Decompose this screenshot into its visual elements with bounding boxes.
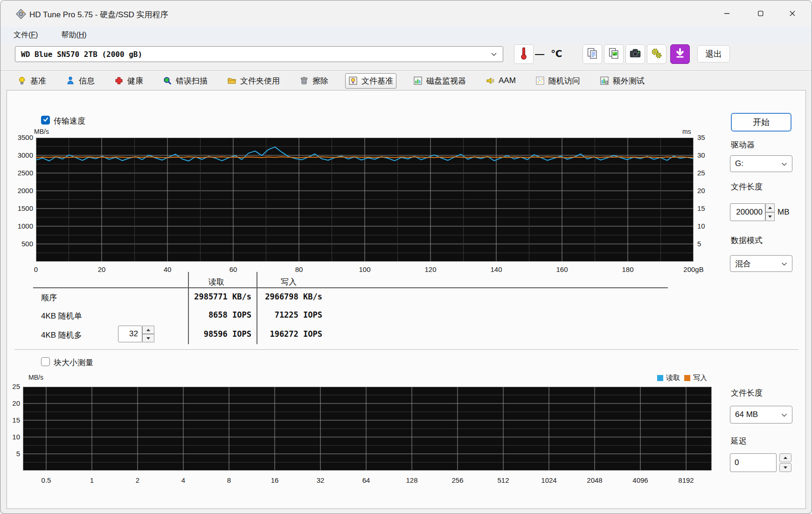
table-header-read: 读取 [188, 277, 244, 287]
window-title: HD Tune Pro 5.75 - 硬盘/SSD 实用程序 [29, 9, 168, 20]
y-axis-tick-right: 15 [697, 204, 716, 212]
copy-text-icon [586, 47, 598, 61]
tab-health[interactable]: 健康 [111, 74, 146, 88]
x-axis-tick: 128 [396, 476, 428, 484]
chevron-down-icon [781, 259, 787, 268]
x-axis-tick: 8192 [670, 476, 702, 484]
queue-depth-input[interactable]: 32 [118, 326, 142, 342]
tab-info[interactable]: 信息 [63, 74, 97, 88]
spin-up-button[interactable] [779, 453, 791, 462]
arrow-up-icon [768, 207, 772, 209]
tab-label: 文件基准 [361, 76, 393, 86]
section-separator [14, 349, 798, 350]
spin-up-button[interactable] [142, 326, 154, 334]
file-length-input[interactable]: 200000 [730, 203, 765, 221]
x-axis-tick: 16 [258, 476, 291, 484]
drive-selector-value: WD Blue SN570 2TB (2000 gB) [21, 50, 142, 59]
transfer-speed-checkbox[interactable] [41, 116, 50, 125]
x-axis-tick: 4 [167, 476, 200, 484]
y-axis-tick-right: 25 [697, 169, 716, 177]
bottom-chart-unit: MB/s [28, 374, 43, 381]
menu-help[interactable]: 帮助(H) [57, 28, 90, 42]
data-mode-label: 数据模式 [731, 235, 763, 246]
temperature-readout: —℃ [535, 48, 562, 59]
delay-input[interactable]: 0 [730, 453, 777, 472]
arrow-down-icon [784, 466, 787, 469]
temperature-unit: ℃ [551, 48, 562, 59]
spin-down-button[interactable] [765, 212, 775, 221]
x-axis-tick: 2 [121, 476, 154, 484]
x-axis-tick: 256 [441, 476, 474, 484]
x-axis-tick: 80 [285, 265, 313, 273]
settings-button[interactable] [647, 44, 666, 64]
copy-text-button[interactable] [583, 44, 602, 64]
x-axis-tick: 1 [76, 476, 108, 484]
block-file-length-dropdown[interactable]: 64 MB [730, 406, 792, 424]
minimize-button[interactable] [715, 4, 739, 23]
hd-tune-window: HD Tune Pro 5.75 - 硬盘/SSD 实用程序 文件(F) 帮助(… [0, 0, 812, 514]
screenshot-button[interactable] [625, 44, 645, 64]
data-mode-dropdown[interactable]: 混合 [730, 255, 792, 272]
y-axis-tick-right: 35 [697, 133, 716, 141]
tab-error-scan[interactable]: 错误扫描 [160, 74, 210, 88]
maximize-button[interactable] [749, 4, 772, 23]
erase-icon [299, 76, 309, 85]
menu-file[interactable]: 文件(F) [10, 28, 42, 42]
copy-image-button[interactable] [604, 44, 624, 64]
legend-read: 读取 [657, 374, 680, 382]
table-row-label: 顺序 [41, 292, 57, 303]
tab-disk-monitor[interactable]: 磁盘监视器 [410, 74, 469, 88]
y-axis-tick-left: 3500 [12, 133, 33, 141]
temperature-button[interactable] [514, 44, 534, 64]
tab-label: 擦除 [312, 76, 328, 86]
drive-selector[interactable]: WD Blue SN570 2TB (2000 gB) [15, 46, 503, 62]
close-button[interactable] [781, 4, 804, 23]
y-axis-tick: 5 [2, 450, 20, 458]
spin-up-button[interactable] [765, 203, 775, 212]
tab-label: 基准 [30, 76, 46, 86]
table-header-rule [33, 287, 668, 288]
bulb-icon [17, 76, 27, 85]
table-row-label: 4KB 随机单 [41, 311, 82, 321]
legend-write-label: 写入 [693, 374, 707, 382]
tab-folder-usage[interactable]: 文件夹使用 [224, 74, 283, 88]
delay-label: 延迟 [731, 436, 747, 446]
spin-down-button[interactable] [779, 463, 791, 472]
table-header-write: 写入 [261, 277, 317, 287]
spin-down-button[interactable] [142, 334, 154, 342]
check-icon [42, 116, 49, 125]
drive-dropdown[interactable]: G: [730, 155, 792, 172]
drive-dropdown-value: G: [735, 159, 743, 168]
tab-label: 额外测试 [613, 76, 645, 86]
file-benchmark-icon [348, 76, 358, 85]
exit-button[interactable]: 退出 [697, 45, 730, 63]
chevron-down-icon [781, 159, 787, 168]
tab-random-access[interactable]: 随机访问 [533, 74, 583, 88]
read-swatch [657, 375, 663, 381]
block-size-checkbox[interactable] [41, 357, 50, 366]
tab-erase[interactable]: 擦除 [297, 74, 331, 88]
thermometer-icon [519, 46, 528, 62]
x-axis-tick: 40 [153, 265, 181, 273]
tab-benchmark[interactable]: 基准 [14, 74, 49, 88]
app-icon [15, 8, 27, 20]
drive-label: 驱动器 [731, 139, 755, 150]
tab-aam[interactable]: AAM [483, 74, 519, 87]
start-button[interactable]: 开始 [731, 113, 791, 132]
y-axis-tick-right: 10 [697, 222, 716, 230]
x-axis-end-label: 200gB [679, 265, 708, 273]
block-size-chart [23, 387, 712, 471]
file-length-label: 文件长度 [731, 181, 763, 192]
transfer-speed-chart [36, 138, 694, 262]
tab-file-benchmark[interactable]: 文件基准 [345, 73, 396, 89]
arrow-up-icon [784, 457, 787, 459]
folder-icon [227, 76, 236, 85]
y-axis-tick-right: 30 [697, 151, 716, 159]
tab-extra-tests[interactable]: 额外测试 [597, 74, 647, 88]
tab-label: 错误扫描 [176, 76, 208, 86]
y-axis-tick-left: 2000 [12, 187, 33, 194]
arrow-down-icon [768, 215, 772, 218]
file-length-unit: MB [777, 208, 790, 217]
save-results-button[interactable] [670, 44, 690, 64]
top-chart-left-unit: MB/s [34, 128, 49, 135]
